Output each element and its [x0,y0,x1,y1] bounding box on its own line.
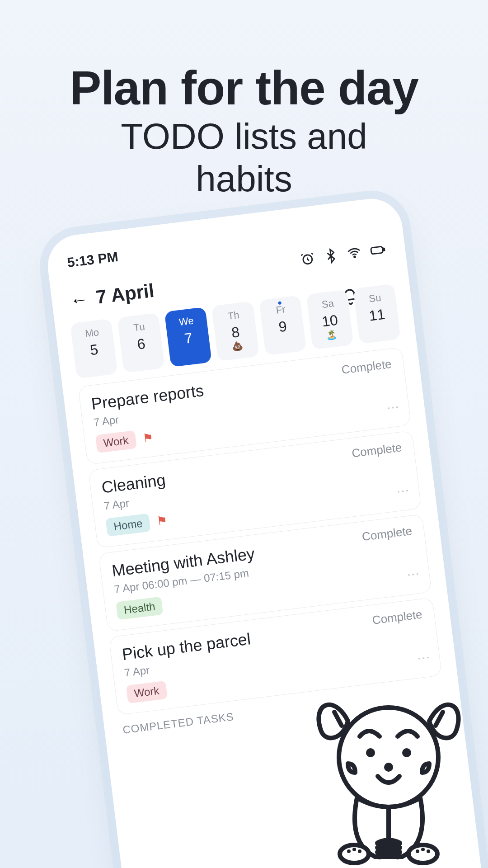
svg-point-15 [358,849,361,853]
hero-subtitle-line1: TODO lists and [0,118,488,156]
mascot-illustration [298,678,479,868]
hero-title: Plan for the day [0,63,488,113]
more-button[interactable]: ⋮ [416,651,432,666]
day-cell-tu[interactable]: Tu6 [117,313,165,373]
battery-icon [369,241,387,262]
svg-point-1 [354,256,355,258]
flag-icon: ⚑ [142,430,154,446]
svg-point-7 [339,708,438,807]
back-button[interactable]: ← [69,289,89,310]
flag-icon: ⚑ [156,513,168,528]
day-number: 6 [120,333,163,355]
svg-point-14 [352,848,356,851]
svg-point-16 [416,849,419,853]
day-of-week: Tu [118,319,160,336]
day-number: 5 [73,339,116,361]
task-tag[interactable]: Work [95,430,137,453]
wifi-icon [346,245,363,265]
task-tag[interactable]: Home [105,514,150,537]
svg-point-8 [366,748,375,757]
status-time: 5:13 PM [66,249,119,270]
day-number: 9 [261,316,304,338]
svg-point-17 [421,848,425,851]
tasks-list: Prepare reports7 AprWork⚑Complete⋮Cleani… [78,347,442,716]
day-number: 7 [167,327,210,349]
day-cell-sa[interactable]: Sa10🏝️ [306,289,353,349]
day-cell-fr[interactable]: Fr9 [259,295,306,355]
day-number: 11 [356,304,399,326]
svg-point-10 [384,763,393,772]
day-of-week: Th [212,307,255,324]
page-title: 7 April [95,280,155,308]
svg-point-18 [427,849,430,853]
hero: Plan for the day TODO lists and habits [0,0,488,198]
more-button[interactable]: ⋮ [385,401,401,416]
day-cell-we[interactable]: We7 [164,307,212,367]
more-button[interactable]: ⋮ [405,567,422,583]
task-tag[interactable]: Work [126,681,168,703]
more-button[interactable]: ⋮ [395,484,411,500]
day-cell-th[interactable]: Th8💩 [211,301,259,361]
day-cell-su[interactable]: Su11 [353,284,400,344]
status-bar: 5:13 PM [61,214,388,273]
day-of-week: We [165,313,208,330]
day-of-week: Sa [307,296,349,312]
svg-rect-2 [371,246,383,254]
task-tag[interactable]: Health [116,597,163,620]
day-of-week: Su [354,290,396,307]
svg-point-9 [402,748,411,757]
svg-point-13 [347,849,351,853]
day-cell-mo[interactable]: Mo5 [70,318,117,378]
svg-rect-3 [383,248,385,251]
alarm-icon [299,250,317,271]
bluetooth-icon [322,247,340,268]
day-of-week: Mo [71,325,113,341]
